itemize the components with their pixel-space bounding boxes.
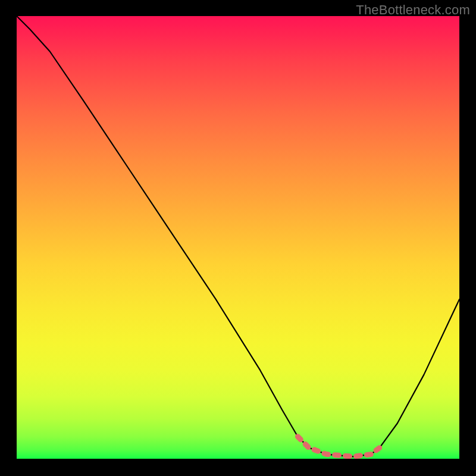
chart-frame: TheBottleneck.com xyxy=(0,0,476,476)
chart-svg xyxy=(17,16,459,459)
watermark-text: TheBottleneck.com xyxy=(356,2,470,18)
plot-area xyxy=(17,16,459,459)
main-curve xyxy=(17,16,459,456)
highlight-segment xyxy=(298,437,380,457)
